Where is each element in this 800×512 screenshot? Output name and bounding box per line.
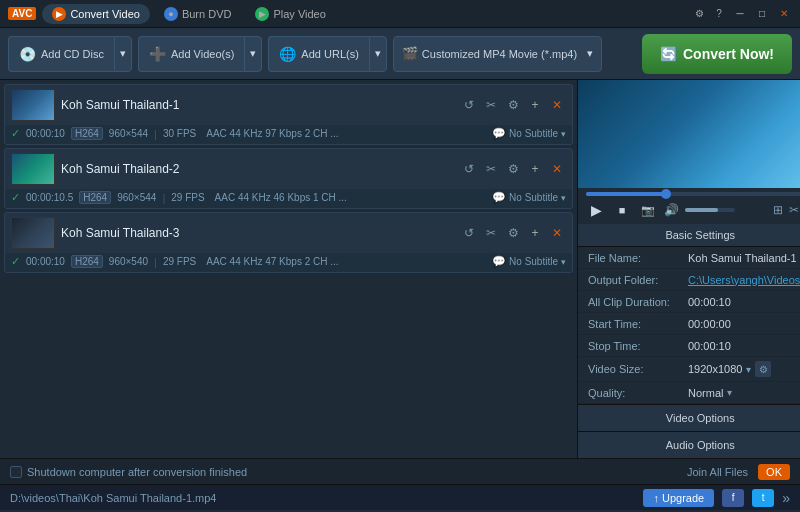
upgrade-button[interactable]: ↑ Upgrade (643, 489, 714, 507)
convert-now-button[interactable]: 🔄 Convert Now! (642, 34, 792, 74)
format-selector[interactable]: 🎬 Customized MP4 Movie (*.mp4) ▾ (393, 36, 602, 72)
sync-icon[interactable]: ↺ (460, 160, 478, 178)
volume-slider[interactable] (685, 208, 735, 212)
add-cd-label: Add CD Disc (41, 48, 104, 60)
nav-burn-label: Burn DVD (182, 8, 232, 20)
duration-info: 00:00:10 (26, 256, 65, 267)
settings-duration-row: All Clip Duration: 00:00:10 (578, 291, 800, 313)
quality-label: Quality: (588, 387, 688, 399)
trim-icon[interactable]: ✂ (789, 203, 799, 217)
add-video-chevron-icon: ▾ (250, 47, 256, 60)
settings-stoptime-row: Stop Time: 00:00:10 (578, 335, 800, 357)
file-actions: ↺ ✂ ⚙ + ✕ (460, 96, 566, 114)
sync-icon[interactable]: ↺ (460, 224, 478, 242)
delete-icon[interactable]: ✕ (548, 96, 566, 114)
starttime-value: 00:00:00 (688, 318, 800, 330)
settings-icon[interactable]: ⚙ (504, 224, 522, 242)
progress-bar[interactable] (586, 192, 800, 196)
video-frame (578, 80, 800, 188)
videosize-controls: 1920x1080 ▾ ⚙ (688, 361, 771, 377)
play-button[interactable]: ▶ (586, 200, 606, 220)
copy-icon[interactable]: ⊞ (773, 203, 783, 217)
nav-play-label: Play Video (273, 8, 325, 20)
file-thumbnail (11, 153, 55, 185)
add-icon[interactable]: + (526, 96, 544, 114)
nav-convert-video[interactable]: ▶ Convert Video (42, 4, 150, 24)
videosize-settings-button[interactable]: ⚙ (755, 361, 771, 377)
add-icon[interactable]: + (526, 160, 544, 178)
file-name: Koh Samui Thailand-2 (61, 162, 454, 176)
cd-icon: 💿 (19, 46, 36, 62)
subtitle-chevron-icon: ▾ (561, 257, 566, 267)
sync-icon[interactable]: ↺ (460, 96, 478, 114)
cut-icon[interactable]: ✂ (482, 160, 500, 178)
file-thumbnail (11, 217, 55, 249)
filename-value: Koh Samui Thailand-1 (688, 252, 800, 264)
settings-panel: Basic Settings File Name: Koh Samui Thai… (578, 224, 800, 458)
nav-play-video[interactable]: ▶ Play Video (245, 4, 335, 24)
url-icon: 🌐 (279, 46, 296, 62)
add-videos-button[interactable]: ➕ Add Video(s) ▾ (138, 36, 262, 72)
resolution-info: 960×540 (109, 256, 148, 267)
twitter-button[interactable]: t (752, 489, 774, 507)
video-options-button[interactable]: Video Options (578, 404, 800, 431)
resolution-info: 960×544 (109, 128, 148, 139)
videosize-dropdown-icon[interactable]: ▾ (746, 364, 751, 375)
resolution-info: 960×544 (117, 192, 156, 203)
nav-convert-label: Convert Video (70, 8, 140, 20)
facebook-button[interactable]: f (722, 489, 744, 507)
audio-info: AAC 44 KHz 46 Kbps 1 CH ... (215, 192, 347, 203)
minimize-button[interactable]: ─ (732, 7, 748, 21)
progress-fill (586, 192, 666, 196)
quality-dropdown-icon[interactable]: ▾ (727, 387, 732, 398)
add-url-button[interactable]: 🌐 Add URL(s) ▾ (268, 36, 386, 72)
check-icon: ✓ (11, 255, 20, 268)
shutdown-checkbox[interactable] (10, 466, 22, 478)
delete-icon[interactable]: ✕ (548, 160, 566, 178)
volume-fill (685, 208, 718, 212)
progress-thumb (661, 189, 671, 199)
subtitle-selector[interactable]: 💬 No Subtitle ▾ (492, 191, 566, 204)
settings-icon[interactable]: ⚙ (504, 160, 522, 178)
video-codec: H264 (79, 191, 111, 204)
shutdown-checkbox-row[interactable]: Shutdown computer after conversion finis… (10, 466, 247, 478)
subtitle-selector[interactable]: 💬 No Subtitle ▾ (492, 255, 566, 268)
cut-icon[interactable]: ✂ (482, 224, 500, 242)
duration-value: 00:00:10 (688, 296, 800, 308)
filename-label: File Name: (588, 252, 688, 264)
title-bar: AVC ▶ Convert Video ● Burn DVD ▶ Play Vi… (0, 0, 800, 28)
quality-controls: Normal ▾ (688, 387, 732, 399)
audio-info: AAC 44 KHz 97 Kbps 2 CH ... (206, 128, 338, 139)
delete-icon[interactable]: ✕ (548, 224, 566, 242)
help-icon[interactable]: ? (712, 7, 726, 21)
settings-starttime-row: Start Time: 00:00:00 (578, 313, 800, 335)
add-cd-disc-button[interactable]: 💿 Add CD Disc ▾ (8, 36, 132, 72)
cut-icon[interactable]: ✂ (482, 96, 500, 114)
settings-outputfolder-row: Output Folder: C:\Users\yangh\Videos\... (578, 269, 800, 291)
subtitle-icon: 💬 (492, 127, 506, 140)
ok-button[interactable]: OK (758, 464, 790, 480)
playback-extra: ⊞ ✂ ⤢ (773, 203, 800, 217)
close-button[interactable]: ✕ (776, 7, 792, 21)
stop-button[interactable]: ■ (612, 200, 632, 220)
subtitle-label: No Subtitle (509, 128, 558, 139)
status-bar: Shutdown computer after conversion finis… (0, 458, 800, 484)
app-logo: AVC (8, 7, 36, 20)
file-item: Koh Samui Thailand-2 ↺ ✂ ⚙ + ✕ ✓ 00:00:1… (4, 148, 573, 209)
outputfolder-value[interactable]: C:\Users\yangh\Videos\... (688, 274, 800, 286)
forward-button[interactable]: » (782, 490, 790, 506)
preview-video (578, 80, 800, 188)
subtitle-chevron-icon: ▾ (561, 193, 566, 203)
nav-burn-dvd[interactable]: ● Burn DVD (154, 4, 242, 24)
subtitle-selector[interactable]: 💬 No Subtitle ▾ (492, 127, 566, 140)
settings-icon[interactable]: ⚙ (504, 96, 522, 114)
duration-info: 00:00:10 (26, 128, 65, 139)
settings-icon[interactable]: ⚙ (692, 7, 706, 21)
audio-options-button[interactable]: Audio Options (578, 431, 800, 458)
screenshot-button[interactable]: 📷 (638, 200, 658, 220)
maximize-button[interactable]: □ (754, 7, 770, 21)
add-url-chevron-icon: ▾ (375, 47, 381, 60)
quality-value: Normal (688, 387, 723, 399)
film-icon: 🎬 (402, 46, 418, 61)
add-icon[interactable]: + (526, 224, 544, 242)
